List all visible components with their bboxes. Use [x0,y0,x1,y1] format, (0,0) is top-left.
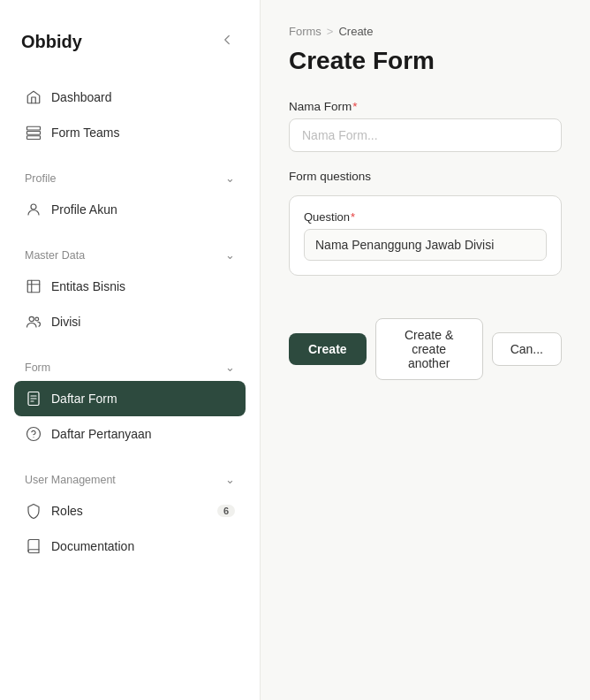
sidebar-item-documentation-label: Documentation [51,539,134,553]
sidebar-item-dashboard[interactable]: Dashboard [14,80,246,115]
sidebar-item-profile-akun-label: Profile Akun [51,202,117,217]
nama-form-input[interactable] [289,118,562,152]
sidebar-item-entitas-bisnis-label: Entitas Bisnis [51,279,125,293]
svg-rect-2 [27,136,41,140]
create-button[interactable]: Create [289,333,367,365]
breadcrumb: Forms > Create [289,25,562,38]
sidebar-item-daftar-pertanyaan[interactable]: Daftar Pertanyaan [14,416,246,452]
sidebar-item-daftar-pertanyaan-label: Daftar Pertanyaan [51,427,152,441]
sidebar-item-roles[interactable]: Roles 6 [14,493,246,529]
form-questions-box: Question* [289,195,562,276]
sidebar-item-entitas-bisnis[interactable]: Entitas Bisnis [14,269,246,304]
sidebar-section-profile: Profile ⌄ Profile Akun [14,168,246,227]
sidebar: Obbidy Dashboard Form Teams Profile ⌄ [0,0,261,700]
sidebar-section-master-data-header: Master Data ⌄ [14,245,246,269]
sidebar-section-master-data-label: Master Data [25,249,85,262]
sidebar-item-daftar-form-label: Daftar Form [51,392,117,406]
sidebar-item-divisi-label: Divisi [51,315,80,329]
breadcrumb-separator: > [327,25,334,38]
svg-rect-0 [27,126,41,130]
book-icon [25,537,42,555]
help-circle-icon [25,425,42,443]
chevron-up-icon-form: ⌄ [225,361,235,374]
app-logo: Obbidy [21,32,82,52]
sidebar-item-form-teams[interactable]: Form Teams [14,115,246,150]
svg-point-8 [35,317,39,321]
sidebar-item-form-teams-label: Form Teams [51,126,120,140]
sidebar-item-documentation[interactable]: Documentation [14,529,246,564]
nama-form-group: Nama Form* [289,100,562,152]
building-icon [25,278,42,295]
user-circle-icon [25,201,42,218]
svg-point-13 [27,428,41,441]
layers-icon [25,124,42,141]
home-icon [25,88,42,106]
chevron-up-icon-um: ⌄ [225,473,235,486]
required-star-nama: * [352,100,357,113]
sidebar-top-nav: Dashboard Form Teams [14,80,246,150]
sidebar-item-profile-akun[interactable]: Profile Akun [14,192,246,227]
create-another-button[interactable]: Create & create another [375,318,483,380]
question-input[interactable] [304,229,547,261]
chevron-left-icon [219,32,235,48]
sidebar-item-divisi[interactable]: Divisi [14,304,246,339]
breadcrumb-current: Create [338,25,373,38]
sidebar-item-daftar-form[interactable]: Daftar Form [14,381,246,416]
roles-badge: 6 [217,505,235,517]
sidebar-header: Obbidy [14,28,246,80]
svg-rect-1 [27,132,41,135]
chevron-up-icon-master: ⌄ [225,248,235,262]
sidebar-section-profile-label: Profile [25,172,56,185]
form-questions-label: Form questions [289,170,562,183]
breadcrumb-parent: Forms [289,25,321,38]
svg-point-3 [31,204,36,209]
users-icon [25,313,42,331]
svg-point-7 [29,316,34,321]
sidebar-section-user-management-label: User Management [25,474,116,486]
sidebar-item-roles-label: Roles [51,504,83,518]
sidebar-section-form-header: Form ⌄ [14,357,246,381]
sidebar-item-dashboard-label: Dashboard [51,90,112,104]
question-label: Question* [304,210,547,224]
cancel-button[interactable]: Can... [492,332,562,366]
sidebar-section-form-label: Form [25,361,50,374]
page-title: Create Form [289,47,562,75]
sidebar-section-form: Form ⌄ Daftar Form Daftar Pertanyaan [14,357,246,452]
form-questions-group: Form questions Question* [289,170,562,279]
sidebar-collapse-button[interactable] [216,28,238,55]
required-star-question: * [351,210,355,224]
sidebar-section-profile-header: Profile ⌄ [14,168,246,192]
main-content: Forms > Create Create Form Nama Form* Fo… [261,0,590,700]
svg-rect-4 [27,280,40,293]
sidebar-section-user-management: User Management ⌄ Roles 6 Documentation [14,469,246,564]
sidebar-section-master-data: Master Data ⌄ Entitas Bisnis Divisi [14,245,246,339]
action-row: Create Create & create another Can... [289,318,562,380]
sidebar-section-user-management-header: User Management ⌄ [14,469,246,493]
shield-icon [25,502,42,520]
file-icon [25,390,42,407]
nama-form-label: Nama Form* [289,100,562,113]
chevron-up-icon: ⌄ [225,171,235,185]
